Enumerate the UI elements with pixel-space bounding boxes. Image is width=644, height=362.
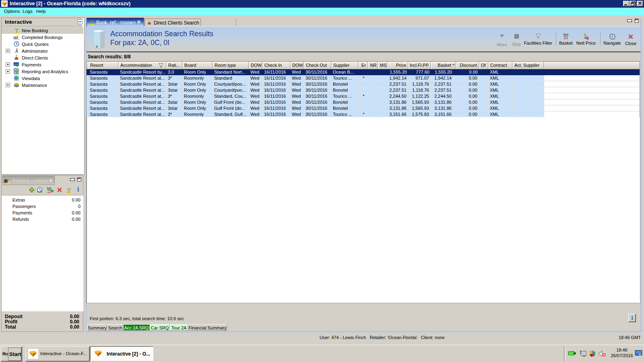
svg-text:$: $ [16,62,19,67]
